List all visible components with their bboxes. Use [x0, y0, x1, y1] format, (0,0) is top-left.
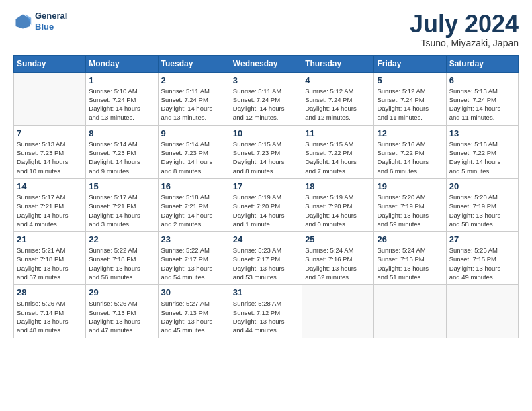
day-header-monday: Monday — [86, 55, 158, 72]
day-number: 5 — [377, 75, 443, 85]
day-info: Sunrise: 5:20 AMSunset: 7:19 PMDaylight:… — [377, 193, 443, 228]
day-info: Sunrise: 5:10 AMSunset: 7:24 PMDaylight:… — [89, 87, 154, 122]
calendar-table: SundayMondayTuesdayWednesdayThursdayFrid… — [13, 55, 519, 338]
calendar-cell: 26Sunrise: 5:24 AMSunset: 7:15 PMDayligh… — [374, 232, 446, 285]
day-number: 4 — [305, 75, 371, 85]
month-title: July 2024 — [410, 11, 519, 38]
day-info: Sunrise: 5:16 AMSunset: 7:22 PMDaylight:… — [377, 140, 443, 175]
day-info: Sunrise: 5:24 AMSunset: 7:16 PMDaylight:… — [305, 246, 371, 281]
calendar-cell — [374, 285, 446, 338]
calendar-cell — [302, 285, 374, 338]
day-number: 22 — [89, 234, 154, 244]
calendar-cell — [14, 72, 86, 125]
day-number: 8 — [89, 128, 154, 138]
day-info: Sunrise: 5:22 AMSunset: 7:18 PMDaylight:… — [89, 246, 154, 281]
day-number: 13 — [449, 128, 515, 138]
title-block: July 2024 Tsuno, Miyazaki, Japan — [410, 11, 519, 48]
day-number: 6 — [449, 75, 515, 85]
calendar-cell: 8Sunrise: 5:14 AMSunset: 7:23 PMDaylight… — [86, 125, 158, 178]
day-info: Sunrise: 5:17 AMSunset: 7:21 PMDaylight:… — [17, 193, 83, 228]
week-row-4: 21Sunrise: 5:21 AMSunset: 7:18 PMDayligh… — [14, 232, 519, 285]
day-info: Sunrise: 5:11 AMSunset: 7:24 PMDaylight:… — [161, 87, 227, 122]
day-info: Sunrise: 5:26 AMSunset: 7:14 PMDaylight:… — [17, 299, 83, 334]
day-number: 17 — [233, 181, 299, 191]
calendar-cell: 16Sunrise: 5:18 AMSunset: 7:21 PMDayligh… — [158, 178, 230, 231]
logo-text: General Blue — [35, 11, 67, 32]
calendar-cell: 20Sunrise: 5:20 AMSunset: 7:19 PMDayligh… — [446, 178, 518, 231]
day-info: Sunrise: 5:17 AMSunset: 7:21 PMDaylight:… — [89, 193, 154, 228]
day-number: 14 — [17, 181, 83, 191]
day-info: Sunrise: 5:23 AMSunset: 7:17 PMDaylight:… — [233, 246, 299, 281]
day-info: Sunrise: 5:15 AMSunset: 7:23 PMDaylight:… — [233, 140, 299, 175]
day-header-friday: Friday — [374, 55, 446, 72]
calendar-cell: 9Sunrise: 5:14 AMSunset: 7:23 PMDaylight… — [158, 125, 230, 178]
calendar-cell: 29Sunrise: 5:26 AMSunset: 7:13 PMDayligh… — [86, 285, 158, 338]
day-number: 27 — [449, 234, 515, 244]
calendar-cell: 6Sunrise: 5:13 AMSunset: 7:24 PMDaylight… — [446, 72, 518, 125]
location: Tsuno, Miyazaki, Japan — [410, 38, 519, 48]
day-info: Sunrise: 5:12 AMSunset: 7:24 PMDaylight:… — [377, 87, 443, 122]
calendar-cell: 18Sunrise: 5:19 AMSunset: 7:20 PMDayligh… — [302, 178, 374, 231]
calendar-cell: 30Sunrise: 5:27 AMSunset: 7:13 PMDayligh… — [158, 285, 230, 338]
day-number: 9 — [161, 128, 227, 138]
day-info: Sunrise: 5:12 AMSunset: 7:24 PMDaylight:… — [305, 87, 371, 122]
week-row-3: 14Sunrise: 5:17 AMSunset: 7:21 PMDayligh… — [14, 178, 519, 231]
calendar-cell: 7Sunrise: 5:13 AMSunset: 7:23 PMDaylight… — [14, 125, 86, 178]
calendar-cell: 13Sunrise: 5:16 AMSunset: 7:22 PMDayligh… — [446, 125, 518, 178]
day-header-tuesday: Tuesday — [158, 55, 230, 72]
day-info: Sunrise: 5:16 AMSunset: 7:22 PMDaylight:… — [449, 140, 515, 175]
day-number: 19 — [377, 181, 443, 191]
calendar-cell: 23Sunrise: 5:22 AMSunset: 7:17 PMDayligh… — [158, 232, 230, 285]
day-number: 18 — [305, 181, 371, 191]
day-header-sunday: Sunday — [14, 55, 86, 72]
day-number: 23 — [161, 234, 227, 244]
day-number: 3 — [233, 75, 299, 85]
day-number: 25 — [305, 234, 371, 244]
day-number: 21 — [17, 234, 83, 244]
calendar-cell: 28Sunrise: 5:26 AMSunset: 7:14 PMDayligh… — [14, 285, 86, 338]
day-number: 24 — [233, 234, 299, 244]
header: General Blue July 2024 Tsuno, Miyazaki, … — [13, 11, 519, 48]
calendar-cell: 27Sunrise: 5:25 AMSunset: 7:15 PMDayligh… — [446, 232, 518, 285]
day-info: Sunrise: 5:22 AMSunset: 7:17 PMDaylight:… — [161, 246, 227, 281]
day-info: Sunrise: 5:13 AMSunset: 7:23 PMDaylight:… — [17, 140, 83, 175]
day-number: 29 — [89, 287, 154, 298]
day-info: Sunrise: 5:27 AMSunset: 7:13 PMDaylight:… — [161, 299, 227, 334]
day-info: Sunrise: 5:26 AMSunset: 7:13 PMDaylight:… — [89, 299, 154, 334]
day-info: Sunrise: 5:14 AMSunset: 7:23 PMDaylight:… — [89, 140, 154, 175]
calendar-cell: 24Sunrise: 5:23 AMSunset: 7:17 PMDayligh… — [230, 232, 302, 285]
day-number: 2 — [161, 75, 227, 85]
calendar-cell: 3Sunrise: 5:11 AMSunset: 7:24 PMDaylight… — [230, 72, 302, 125]
calendar-cell: 15Sunrise: 5:17 AMSunset: 7:21 PMDayligh… — [86, 178, 158, 231]
day-number: 7 — [17, 128, 83, 138]
day-info: Sunrise: 5:15 AMSunset: 7:22 PMDaylight:… — [305, 140, 371, 175]
day-header-saturday: Saturday — [446, 55, 518, 72]
logo: General Blue — [13, 11, 67, 32]
day-number: 16 — [161, 181, 227, 191]
week-row-1: 1Sunrise: 5:10 AMSunset: 7:24 PMDaylight… — [14, 72, 519, 125]
logo-icon — [13, 12, 32, 31]
day-info: Sunrise: 5:19 AMSunset: 7:20 PMDaylight:… — [305, 193, 371, 228]
day-info: Sunrise: 5:25 AMSunset: 7:15 PMDaylight:… — [449, 246, 515, 281]
calendar-page: General Blue July 2024 Tsuno, Miyazaki, … — [0, 0, 532, 411]
week-row-2: 7Sunrise: 5:13 AMSunset: 7:23 PMDaylight… — [14, 125, 519, 178]
calendar-cell: 14Sunrise: 5:17 AMSunset: 7:21 PMDayligh… — [14, 178, 86, 231]
days-header-row: SundayMondayTuesdayWednesdayThursdayFrid… — [14, 55, 519, 72]
day-header-thursday: Thursday — [302, 55, 374, 72]
calendar-cell: 17Sunrise: 5:19 AMSunset: 7:20 PMDayligh… — [230, 178, 302, 231]
calendar-cell: 21Sunrise: 5:21 AMSunset: 7:18 PMDayligh… — [14, 232, 86, 285]
calendar-cell: 5Sunrise: 5:12 AMSunset: 7:24 PMDaylight… — [374, 72, 446, 125]
calendar-cell: 19Sunrise: 5:20 AMSunset: 7:19 PMDayligh… — [374, 178, 446, 231]
day-info: Sunrise: 5:28 AMSunset: 7:12 PMDaylight:… — [233, 299, 299, 334]
calendar-cell: 31Sunrise: 5:28 AMSunset: 7:12 PMDayligh… — [230, 285, 302, 338]
day-number: 10 — [233, 128, 299, 138]
day-number: 28 — [17, 287, 83, 298]
calendar-cell: 22Sunrise: 5:22 AMSunset: 7:18 PMDayligh… — [86, 232, 158, 285]
calendar-cell: 2Sunrise: 5:11 AMSunset: 7:24 PMDaylight… — [158, 72, 230, 125]
day-info: Sunrise: 5:13 AMSunset: 7:24 PMDaylight:… — [449, 87, 515, 122]
day-info: Sunrise: 5:20 AMSunset: 7:19 PMDaylight:… — [449, 193, 515, 228]
day-info: Sunrise: 5:18 AMSunset: 7:21 PMDaylight:… — [161, 193, 227, 228]
day-number: 30 — [161, 287, 227, 298]
day-info: Sunrise: 5:24 AMSunset: 7:15 PMDaylight:… — [377, 246, 443, 281]
calendar-cell — [446, 285, 518, 338]
